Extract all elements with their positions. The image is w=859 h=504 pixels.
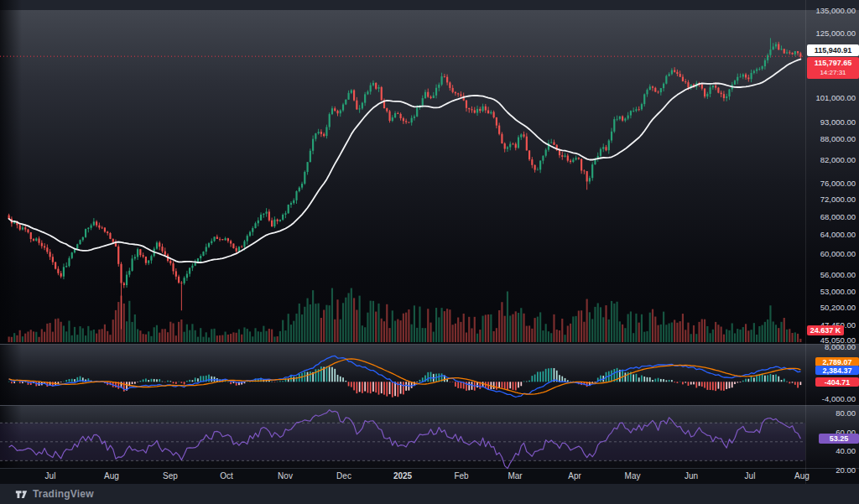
time-axis[interactable]: JulAugSepOctNovDec2025FebMarAprMayJunJul… [0,468,805,484]
price-tick: 56,000.00 [820,271,856,279]
last-price-value: 115,797.65 [815,59,852,68]
rsi-value-badge: 53.25 [819,434,859,444]
price-line-badge: 115,940.91 [807,44,859,56]
time-axis-label: Aug [104,471,119,481]
price-tick: 135,000.00 [815,7,856,15]
time-axis-label: Apr [568,471,581,481]
time-axis-label: Feb [454,471,468,481]
rsi-tick: 40.00 [836,447,856,455]
macd-line-badge: 2,384.37 [815,366,859,375]
macd-tick: 8,000.00 [825,343,856,351]
pane-separator-price-macd[interactable] [0,344,859,345]
tradingview-logo[interactable]: TradingView [15,488,94,501]
time-axis-label: May [625,471,641,481]
time-axis-label: Nov [278,471,293,481]
macd-tick: -4,000.00 [822,395,856,403]
price-tick: 68,000.00 [820,213,856,221]
bottom-bar: TradingView [0,484,859,504]
volume-value-badge: 24.637 K [807,325,844,335]
price-tick: 93,000.00 [820,118,856,127]
price-tick: 60,000.00 [820,250,856,258]
time-axis-label: Dec [336,471,351,481]
price-tick: 82,000.00 [820,156,856,164]
tradingview-logo-icon [15,488,28,501]
price-axis[interactable]: 115,940.91 115,797.65 14:27:31 24.637 K … [805,0,859,484]
price-tick: 101,000.00 [815,94,856,102]
price-tick: 50,200.00 [820,304,856,312]
price-tick: 64,000.00 [820,231,856,239]
time-axis-label: Jun [685,471,698,481]
price-tick: 72,000.00 [820,195,856,204]
macd-histogram-badge: -404.71 [815,377,859,387]
time-axis-label: Mar [508,471,522,481]
time-axis-label: Jul [745,471,756,481]
time-axis-label: 2025 [393,471,412,481]
time-axis-label: Jul [45,471,56,481]
price-tick: 125,000.00 [815,29,856,38]
price-tick: 76,000.00 [820,179,856,188]
time-axis-label: Sep [163,471,178,481]
chart-canvas[interactable] [0,0,859,504]
time-axis-label: Oct [220,471,233,481]
last-price-badge: 115,797.65 14:27:31 [807,57,859,79]
tradingview-chart-window: JulAugSepOctNovDec2025FebMarAprMayJunJul… [0,0,859,504]
price-tick: 88,000.00 [820,135,856,143]
bar-countdown: 14:27:31 [820,68,846,77]
pane-separator-macd-rsi[interactable] [0,405,859,406]
rsi-tick: 20.00 [836,466,856,475]
rsi-tick: 80.00 [836,409,856,418]
tradingview-logo-text: TradingView [33,488,94,500]
price-tick: 53,000.00 [820,288,856,296]
